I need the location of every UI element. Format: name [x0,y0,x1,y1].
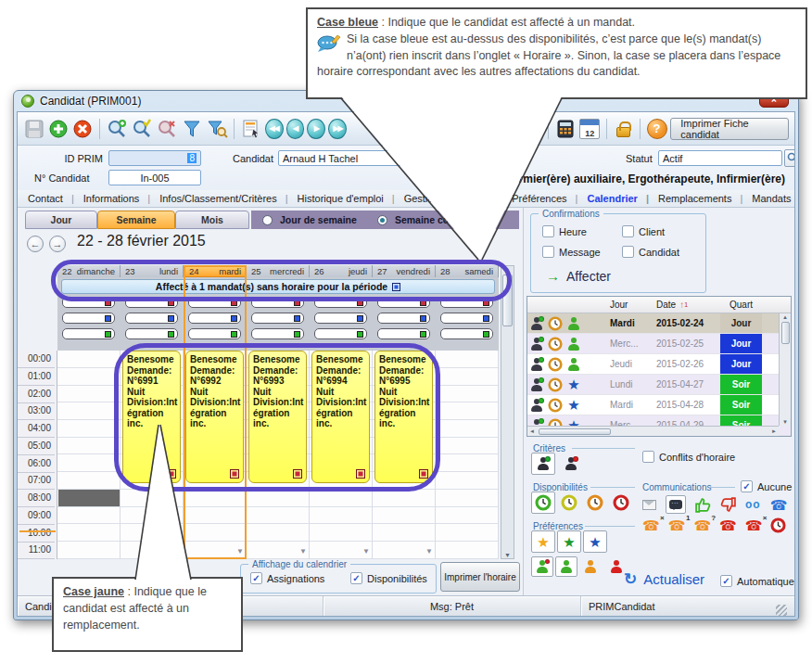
phone-missed-icon[interactable]: ☎× [642,518,660,532]
critere-green-button[interactable] [531,453,555,475]
form-select-button[interactable] [240,117,262,141]
slot-box[interactable] [125,297,178,308]
view-jour-button[interactable]: Jour [25,211,97,229]
pref-person-loved[interactable] [531,556,553,577]
mandate-banner[interactable]: Affecté à 1 mandat(s) sans horaire pour … [61,279,495,294]
add-button[interactable] [47,117,69,141]
tab-contact[interactable]: Contact [23,192,79,205]
id-prim-field[interactable]: 8 [108,150,201,166]
slot-box[interactable] [125,313,178,324]
calendar-vertical-scrollbar[interactable]: ▲ ▼ [501,265,514,559]
slot-box[interactable] [377,328,430,339]
checklist-button[interactable] [470,117,492,141]
radio-semaine-complete[interactable] [377,215,387,225]
automatique-checkbox-row[interactable]: ✓ Automatique [720,575,794,587]
disponibilites-checkbox[interactable]: ✓ [350,572,362,584]
delete-button[interactable] [72,117,94,141]
event-replacement[interactable]: Benesome Demande: N°6992 Nuit Division:I… [185,351,244,483]
calculator-button[interactable] [554,117,576,141]
aucune-checkbox[interactable]: ✓ [741,480,753,492]
view-semaine-button[interactable]: Semaine [97,211,175,229]
table-vertical-scrollbar[interactable]: ▲ ▼ [779,313,791,426]
tab-calendrier[interactable]: Calendrier [582,192,653,205]
tab-mandats[interactable]: Mandats [747,192,794,205]
nav-next-button[interactable]: ▶ [307,119,325,139]
statut-search-button[interactable] [784,149,795,167]
lock-button[interactable] [613,117,634,141]
slot-box[interactable] [62,297,115,308]
tab-remplacements[interactable]: Remplacements [653,192,747,205]
slot-box[interactable] [251,328,304,339]
slot-box[interactable] [440,297,493,308]
filter-button[interactable] [181,117,203,141]
dropdown-icon[interactable]: ▼ [362,547,370,555]
email-icon[interactable] [642,500,656,510]
candidat-checkbox-row[interactable]: Candidat [622,246,679,258]
slot-box[interactable] [440,328,493,339]
heure-checkbox-row[interactable]: Heure [542,225,587,237]
nav-prev-button[interactable]: ◀ [286,119,305,139]
pref-star-blue[interactable]: ★ [583,530,607,553]
disponibilites-checkbox-row[interactable]: ✓ Disponibilités [350,572,427,584]
dropdown-icon[interactable]: ▼ [425,547,433,555]
nav-last-button[interactable]: ▶▶ [328,119,347,139]
dispo-clock-green[interactable] [531,492,555,514]
scroll-up-icon[interactable]: ▲ [504,266,511,273]
slot-box[interactable] [188,328,241,339]
clock-red-icon[interactable] [770,517,786,533]
heure-checkbox[interactable] [542,225,554,237]
event-replacement[interactable]: Benesome Demande: N°6991 Nuit Division:I… [122,351,181,483]
sms-button[interactable] [666,495,686,514]
table-row[interactable]: Merc... 2015-02-25 Jour [527,334,791,354]
message-checkbox[interactable] [542,246,554,258]
slot-box[interactable] [440,313,493,324]
thumbs-down-icon[interactable] [720,497,736,513]
slot-box[interactable] [377,297,430,308]
assignations-checkbox-row[interactable]: ✓ Assignations [250,572,324,584]
dropdown-icon[interactable]: ▼ [236,547,244,555]
assignments-table[interactable]: Jour Date↑1 Quart Mardi 2015-02-24 Jour [527,296,792,437]
tab-gestion-documents[interactable]: Gestion documents [400,192,508,205]
aucune-checkbox-row[interactable]: ✓ Aucune [741,480,792,492]
phone-once-icon[interactable]: ☎1 [668,518,686,532]
table-row[interactable]: ★ Mardi 2015-04-28 Soir [527,395,791,415]
scroll-down-icon[interactable]: ▼ [504,552,511,558]
thumbs-up-icon[interactable] [695,497,711,513]
conflits-checkbox-row[interactable]: Conflits d'horaire [642,451,735,463]
automatique-checkbox[interactable]: ✓ [720,575,732,587]
candidat-checkbox[interactable] [622,246,634,258]
prev-week-button[interactable]: ← [27,236,44,252]
pref-person-orange[interactable] [579,556,602,577]
edit-candidate-button[interactable] [483,149,501,167]
event-replacement[interactable]: Benesome Demande: N°6993 Nuit Division:I… [248,351,307,483]
table-row[interactable]: Jeudi 2015-02-26 Jour [527,354,791,375]
pref-star-gold[interactable]: ★ [531,530,555,553]
no-candidat-field[interactable]: In-005 [108,170,201,185]
tab-informations[interactable]: Informations [79,192,155,205]
tab-preferences[interactable]: Préférences [507,192,582,205]
statut-field[interactable]: Actif [658,150,782,166]
view-mois-button[interactable]: Mois [175,211,249,229]
filter-search-button[interactable] [206,117,228,141]
slot-box[interactable] [251,297,304,308]
col-date[interactable]: Date↑1 [653,297,720,313]
slot-box[interactable] [251,313,304,324]
event-replacement[interactable]: Benesome Demande: N°6995 Nuit Division:I… [374,351,433,483]
event-replacement[interactable]: Benesome Demande: N°6994 Nuit Division:I… [311,351,370,483]
conflits-checkbox[interactable] [642,451,654,463]
pref-star-green[interactable]: ★ [557,530,581,553]
dispo-clock-orange[interactable] [583,492,607,514]
slot-box[interactable] [62,313,115,324]
assignations-checkbox[interactable]: ✓ [250,572,262,584]
client-checkbox[interactable] [622,225,634,237]
save-button[interactable] [23,117,44,141]
client-checkbox-row[interactable]: Client [622,225,665,237]
slot-box[interactable] [314,297,367,308]
slot-box[interactable] [377,313,430,324]
col-jour[interactable]: Jour [607,297,653,313]
slot-box[interactable] [125,328,178,339]
phone-refused-icon[interactable]: ☎× [745,518,763,532]
undo-button[interactable] [495,117,517,141]
calendar-button[interactable]: 12 [579,117,601,141]
slot-box[interactable] [188,313,241,324]
